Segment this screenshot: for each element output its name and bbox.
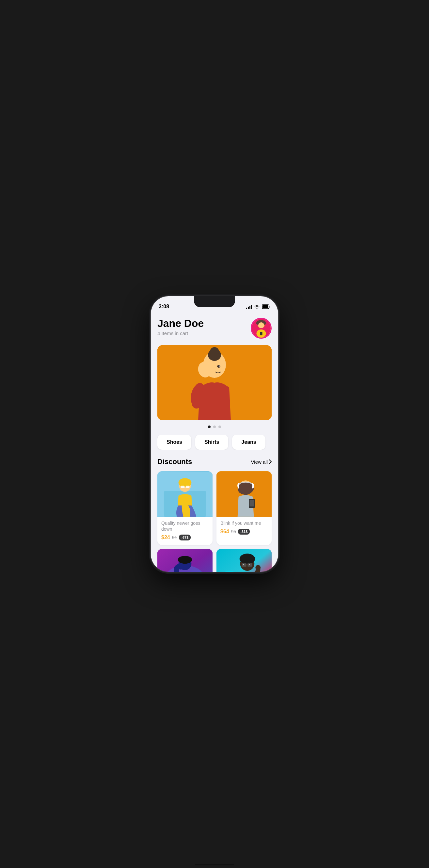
product-title-1: Quality newer goes down bbox=[161, 520, 209, 532]
price-current-2: $64 bbox=[220, 529, 229, 534]
svg-point-37 bbox=[178, 556, 192, 564]
product-image-2 bbox=[216, 471, 272, 517]
svg-point-25 bbox=[179, 478, 192, 487]
svg-point-40 bbox=[240, 554, 255, 564]
svg-point-11 bbox=[258, 322, 264, 328]
view-all-button[interactable]: View all bbox=[251, 459, 272, 465]
main-content: Jane Doe 4 Items in cart bbox=[151, 312, 278, 572]
dot-1[interactable] bbox=[208, 426, 211, 428]
category-jeans[interactable]: Jeans bbox=[232, 435, 265, 450]
svg-rect-45 bbox=[249, 564, 250, 565]
dot-2[interactable] bbox=[213, 426, 216, 428]
categories-row: Shoes Shirts Jeans bbox=[157, 435, 272, 450]
discount-badge-1: -67$ bbox=[179, 534, 191, 540]
product-illustration-2 bbox=[216, 471, 272, 517]
price-original-1: 91 bbox=[172, 535, 177, 540]
svg-rect-1 bbox=[269, 306, 270, 308]
product-card-1[interactable]: Quality newer goes down $24 91 -67$ bbox=[157, 471, 213, 545]
banner-background bbox=[157, 345, 272, 420]
svg-rect-27 bbox=[185, 486, 189, 488]
status-time: 3:08 bbox=[159, 304, 169, 310]
discounts-title: Discounts bbox=[157, 458, 192, 466]
product-illustration-4 bbox=[216, 549, 272, 572]
avatar-image bbox=[252, 318, 271, 339]
product-image-3 bbox=[157, 549, 213, 572]
product-card-4[interactable]: Fresh prints of Bel-Air $83 97 -14$ bbox=[216, 549, 272, 572]
price-current-1: $24 bbox=[161, 534, 170, 540]
product-grid: Quality newer goes down $24 91 -67$ bbox=[157, 471, 272, 572]
username: Jane Doe bbox=[157, 318, 204, 329]
price-original-2: 95 bbox=[231, 529, 236, 534]
svg-rect-33 bbox=[249, 500, 254, 506]
signal-icon bbox=[246, 305, 252, 309]
status-icons bbox=[246, 304, 270, 309]
svg-point-46 bbox=[255, 565, 261, 570]
phone-screen[interactable]: 3:08 bbox=[151, 296, 278, 572]
product-info-1: Quality newer goes down $24 91 -67$ bbox=[157, 517, 213, 545]
header-section: Jane Doe 4 Items in cart bbox=[157, 318, 272, 339]
svg-rect-41 bbox=[242, 564, 246, 567]
product-pricing-2: $64 95 -31$ bbox=[220, 529, 268, 534]
product-illustration-1 bbox=[157, 471, 213, 517]
discount-badge-2: -31$ bbox=[238, 529, 250, 534]
svg-rect-44 bbox=[243, 564, 244, 565]
banner[interactable] bbox=[157, 345, 272, 420]
svg-point-10 bbox=[260, 320, 262, 322]
product-pricing-1: $24 91 -67$ bbox=[161, 534, 209, 540]
carousel-dots bbox=[157, 426, 272, 428]
svg-point-8 bbox=[257, 320, 259, 323]
product-title-2: Blink if you want me bbox=[220, 520, 268, 526]
phone-frame: 3:08 bbox=[151, 296, 278, 572]
category-shirts[interactable]: Shirts bbox=[195, 435, 228, 450]
chevron-right-icon bbox=[269, 460, 272, 464]
product-card-3[interactable]: Colourful life $33 87 -54$ bbox=[157, 549, 213, 572]
svg-rect-2 bbox=[263, 305, 268, 308]
battery-icon bbox=[262, 304, 270, 309]
header-text: Jane Doe 4 Items in cart bbox=[157, 318, 204, 336]
wifi-icon bbox=[254, 304, 260, 309]
dot-3[interactable] bbox=[218, 426, 221, 428]
svg-rect-26 bbox=[181, 486, 185, 488]
svg-point-9 bbox=[263, 320, 265, 323]
svg-rect-42 bbox=[247, 564, 252, 567]
svg-point-21 bbox=[219, 366, 220, 367]
product-image-4 bbox=[216, 549, 272, 572]
banner-illustration bbox=[157, 345, 272, 420]
notch bbox=[194, 296, 235, 307]
category-shoes[interactable]: Shoes bbox=[157, 435, 191, 450]
product-illustration-3 bbox=[157, 549, 213, 572]
product-card-2[interactable]: Blink if you want me $64 95 -31$ bbox=[216, 471, 272, 545]
svg-point-20 bbox=[217, 365, 220, 368]
cart-info: 4 Items in cart bbox=[157, 331, 204, 336]
svg-rect-13 bbox=[260, 332, 262, 335]
product-image-1 bbox=[157, 471, 213, 517]
svg-point-17 bbox=[210, 347, 219, 356]
avatar[interactable] bbox=[251, 318, 272, 339]
product-info-2: Blink if you want me $64 95 -31$ bbox=[216, 517, 272, 539]
discounts-header: Discounts View all bbox=[157, 458, 272, 466]
